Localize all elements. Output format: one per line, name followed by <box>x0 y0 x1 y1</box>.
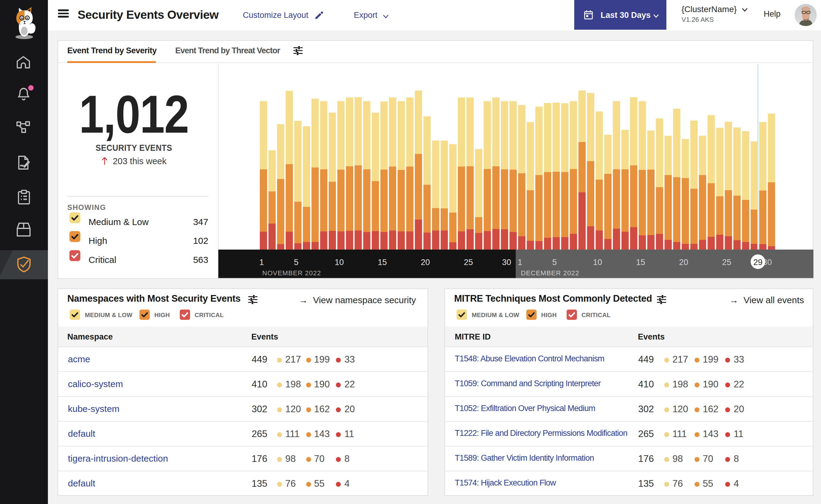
svg-text:1: 1 <box>259 258 264 267</box>
svg-text:10: 10 <box>335 258 344 267</box>
svg-text:25: 25 <box>464 258 473 267</box>
svg-text:DECEMBER 2022: DECEMBER 2022 <box>521 269 579 277</box>
svg-text:5: 5 <box>552 258 557 267</box>
svg-text:10: 10 <box>593 258 602 267</box>
svg-text:NOVEMBER 2022: NOVEMBER 2022 <box>262 269 321 277</box>
svg-text:25: 25 <box>722 258 731 267</box>
svg-text:1: 1 <box>517 258 522 267</box>
svg-text:20: 20 <box>679 258 688 267</box>
svg-text:30: 30 <box>502 258 511 267</box>
svg-text:29: 29 <box>753 258 763 267</box>
svg-text:15: 15 <box>378 258 387 267</box>
svg-text:15: 15 <box>636 258 645 267</box>
svg-text:20: 20 <box>421 258 430 267</box>
svg-text:5: 5 <box>294 258 298 267</box>
